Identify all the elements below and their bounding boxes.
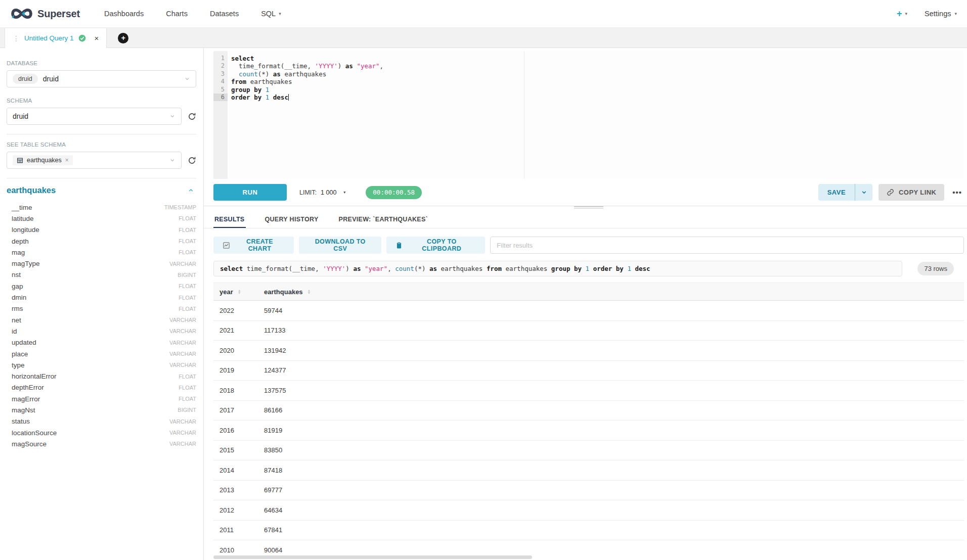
superset-brand[interactable]: Superset: [10, 7, 80, 20]
column-type: VARCHAR: [169, 351, 196, 357]
tab-query-history[interactable]: QUERY HISTORY: [264, 211, 320, 228]
selected-table-tag: earthquakes ×: [13, 155, 73, 165]
nav-item-sql[interactable]: SQL ▾: [250, 10, 292, 18]
save-button[interactable]: SAVE: [818, 184, 855, 201]
nav-item-charts[interactable]: Charts: [155, 10, 199, 18]
create-chart-button[interactable]: CREATE CHART: [213, 237, 294, 254]
download-csv-button[interactable]: DOWNLOAD TO CSV: [299, 237, 381, 254]
table-row: 201786166: [213, 400, 964, 421]
sql-token-kw: order by: [593, 265, 624, 272]
more-actions-button[interactable]: •••: [950, 188, 964, 197]
save-split-button[interactable]: SAVE: [818, 184, 872, 201]
sql-token-pl: [231, 70, 239, 78]
editor-code-area[interactable]: select time_format(__time, 'YYYY') as "y…: [228, 51, 964, 179]
column-row: __timeTIMESTAMP: [7, 202, 196, 213]
column-row: magNstBIGINT: [7, 404, 196, 415]
table-select[interactable]: earthquakes ×: [7, 152, 182, 169]
table-row: 201369777: [213, 480, 964, 500]
resize-drag-handle[interactable]: [574, 205, 603, 210]
column-header-label: earthquakes: [264, 288, 303, 296]
line-number: 6: [213, 94, 228, 101]
column-header-year[interactable]: year▲▼: [213, 283, 258, 301]
clipboard-icon: [395, 242, 403, 249]
sort-carets-icon[interactable]: ▲▼: [238, 289, 241, 294]
column-name: id: [12, 328, 17, 335]
copy-clipboard-button[interactable]: COPY TO CLIPBOARD: [386, 237, 485, 254]
query-tabstrip: ⋮ Untitled Query 1 × +: [0, 28, 967, 48]
tab-untitled-query-1[interactable]: ⋮ Untitled Query 1 ×: [5, 28, 107, 48]
column-row: typeVARCHAR: [7, 359, 196, 370]
database-select[interactable]: druid druid: [7, 70, 196, 87]
column-row: depthFLOAT: [7, 236, 196, 247]
cell-year: 2012: [213, 500, 258, 521]
remove-table-icon[interactable]: ×: [65, 157, 69, 164]
refresh-tables-icon[interactable]: [188, 156, 196, 165]
column-row: locationSourceVARCHAR: [7, 427, 196, 438]
sql-token-pl: (*): [414, 265, 429, 272]
sort-carets-icon[interactable]: ▲▼: [307, 289, 311, 294]
schema-select[interactable]: druid: [7, 108, 182, 125]
tab-preview-earthquakes[interactable]: PREVIEW: `EARTHQUAKES`: [338, 211, 429, 228]
chevron-down-icon: ▾: [905, 11, 908, 16]
sql-token-kw: from: [231, 78, 246, 85]
table-schema-label: SEE TABLE SCHEMA: [7, 142, 196, 148]
results-tabbar: RESULTS QUERY HISTORY PREVIEW: `EARTHQUA…: [204, 211, 967, 228]
sql-token-kw: desc: [273, 94, 288, 101]
column-row: magFLOAT: [7, 247, 196, 258]
limit-dropdown[interactable]: LIMIT: 1 000 ▾: [299, 189, 345, 196]
column-header-inner[interactable]: year▲▼: [219, 288, 258, 296]
column-name: nst: [12, 271, 21, 278]
settings-menu[interactable]: Settings ▾: [925, 10, 957, 18]
column-name: longitude: [12, 226, 39, 234]
column-type: TIMESTAMP: [164, 204, 196, 210]
save-options-chevron[interactable]: [855, 184, 872, 201]
code-line: from earthquakes: [231, 78, 964, 85]
nav-item-dashboards[interactable]: Dashboards: [93, 10, 155, 18]
code-line: select: [231, 55, 964, 62]
sql-token-pl: earthquakes: [502, 265, 551, 272]
code-line: count(*) as earthquakes: [231, 70, 964, 78]
tab-results[interactable]: RESULTS: [213, 211, 246, 228]
sql-token-kw: desc: [635, 265, 650, 272]
column-row: horizontalErrorFLOAT: [7, 370, 196, 382]
column-type: VARCHAR: [169, 261, 196, 267]
new-tab-button[interactable]: +: [118, 33, 128, 43]
pane-divider: [204, 206, 967, 206]
cell-earthquakes: 83850: [258, 440, 964, 460]
close-icon[interactable]: ×: [95, 34, 99, 42]
cell-year: 2018: [213, 381, 258, 401]
table-name-heading[interactable]: earthquakes: [7, 185, 56, 195]
cell-year: 2022: [213, 301, 258, 321]
sidebar-divider: [7, 178, 196, 178]
sql-token-kw: group by: [231, 86, 261, 94]
refresh-schemas-icon[interactable]: [188, 112, 196, 121]
column-header-earthquakes[interactable]: earthquakes▲▼: [258, 283, 964, 301]
drag-dots-icon[interactable]: ⋮: [13, 34, 20, 42]
sql-editor[interactable]: 123456 select time_format(__time, 'YYYY'…: [213, 51, 964, 179]
check-circle-icon: [78, 34, 86, 42]
column-name: magSource: [12, 440, 47, 448]
new-item-button[interactable]: + ▾: [897, 9, 907, 18]
results-table: year▲▼earthquakes▲▼ 20225974420211171332…: [213, 283, 964, 560]
line-number: 4: [213, 78, 228, 85]
cell-year: 2020: [213, 341, 258, 361]
line-number: 2: [213, 62, 228, 70]
column-name: status: [12, 417, 30, 425]
column-header-inner[interactable]: earthquakes▲▼: [264, 288, 964, 296]
filter-results-input[interactable]: [490, 237, 964, 254]
sql-token-pl: [582, 265, 586, 272]
table-row: 201681919: [213, 421, 964, 441]
column-type: VARCHAR: [169, 362, 196, 368]
collapse-chevron-up-icon[interactable]: [188, 187, 194, 194]
column-type: BIGINT: [178, 272, 196, 278]
copy-link-button[interactable]: COPY LINK: [878, 184, 944, 201]
column-name: updated: [12, 339, 36, 346]
horizontal-scrollbar-thumb[interactable]: [213, 555, 532, 559]
run-button[interactable]: RUN: [213, 184, 287, 201]
line-number: 5: [213, 86, 228, 94]
nav-item-datasets[interactable]: Datasets: [199, 10, 250, 18]
line-number: 3: [213, 70, 228, 78]
table-row: 201167841: [213, 520, 964, 540]
sql-token-pl: ): [338, 62, 345, 70]
cell-earthquakes: 117133: [258, 320, 964, 341]
